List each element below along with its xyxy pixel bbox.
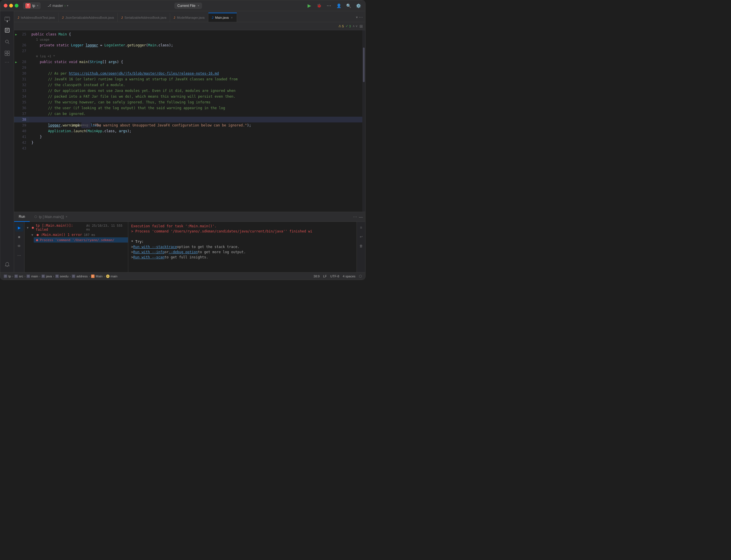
warning-badge[interactable]: ⚠ 5	[338, 24, 344, 28]
breadcrumb-main-method[interactable]: main	[111, 275, 118, 278]
output-link-info[interactable]: Run with --info	[133, 249, 164, 255]
tab-chevron-down[interactable]: ▾	[356, 15, 358, 19]
line-endings[interactable]: LF	[323, 275, 327, 278]
output-prefix-5: >	[131, 244, 133, 249]
sidebar-item-files[interactable]	[2, 25, 12, 35]
breadcrumb-icon-main-dir: □	[27, 275, 30, 278]
svg-point-4	[5, 40, 8, 43]
project-selector[interactable]: T tp ▾	[23, 2, 41, 9]
tab-icon-java4: J	[173, 16, 175, 19]
breadcrumb-sep5: ›	[70, 275, 71, 278]
panel-tab-main-main[interactable]: ⬡ tp [:Main.main()] ×	[30, 212, 72, 222]
warn-count: 5	[342, 24, 344, 28]
output-line-7: > Run with --scan to get full insights.	[131, 255, 354, 260]
settings-button[interactable]: ⚙️	[355, 2, 362, 9]
tab-SerializableAddressBook[interactable]: J SerializableAddressBook.java	[118, 13, 170, 22]
sidebar-more[interactable]: ···	[5, 60, 9, 65]
code-line-42: }	[31, 140, 360, 145]
output-link-scan[interactable]: Run with --scan	[133, 255, 164, 260]
debug-button[interactable]: 🐞	[315, 2, 322, 9]
sidebar-item-git[interactable]	[2, 14, 12, 24]
code-line-32: // the classpath instead of a module.	[31, 82, 360, 88]
tab-MainJava[interactable]: J Main.java ×	[208, 13, 237, 22]
panel-icon-eye[interactable]: 👁	[15, 242, 23, 250]
tab-leAddressBookTest[interactable]: J leAddressBookTest.java	[14, 13, 58, 22]
branch-selector[interactable]: ⎇ master ↑ ▾	[45, 3, 71, 9]
svg-rect-8	[5, 54, 7, 56]
ok-badge[interactable]: ✓ 3	[345, 24, 351, 28]
panel-more-icon[interactable]: ⋯	[353, 215, 357, 219]
tab-ModelManager[interactable]: J ModelManager.java	[170, 13, 208, 22]
run-time-root: At 25/10/23, 11 555 ms	[86, 224, 126, 231]
search-button[interactable]: 🔍	[345, 2, 352, 9]
run-item-process[interactable]: ● Process 'command '/Users/ryano/.sdkman…	[34, 237, 128, 243]
line-number-33: 33	[14, 88, 29, 94]
sidebar-item-search[interactable]	[2, 37, 12, 47]
tab-settings-icon[interactable]: ⋯	[359, 15, 363, 20]
maximize-button[interactable]	[15, 4, 18, 7]
breadcrumb-main-dir[interactable]: main	[31, 275, 38, 278]
panel-right-icon-trash[interactable]: 🗑	[357, 242, 365, 250]
breadcrumb-src[interactable]: src	[19, 275, 23, 278]
output-area[interactable]: Execution failed for task ':Main.main()'…	[128, 222, 356, 272]
breadcrumb-sep6: ›	[89, 275, 90, 278]
panel-minimize-icon[interactable]: —	[359, 215, 363, 219]
run-item-root[interactable]: ▼ ● tp [:Main.main()]: failed At 25/10/2…	[24, 223, 128, 232]
line-number-43: 43	[14, 145, 29, 151]
tab-JsonSerializable[interactable]: J JsonSerializableAddressBook.java	[58, 13, 118, 22]
line-number-41: 41	[14, 134, 29, 140]
output-link-stacktrace[interactable]: Run with --stacktrace	[133, 244, 177, 249]
sidebar-item-notifications[interactable]	[2, 260, 12, 270]
more-button[interactable]: ⋯	[325, 2, 332, 9]
run-config-selector[interactable]: Current File ▾	[174, 3, 202, 9]
scrollbar-thumb[interactable]	[363, 48, 364, 82]
charset[interactable]: UTF-8	[330, 275, 339, 278]
output-suffix-6: to get more log output.	[198, 249, 245, 255]
panel-tab-run[interactable]: Run	[14, 212, 30, 222]
tab-label-2: JsonSerializableAddressBook.java	[65, 16, 114, 19]
nav-down-arrow[interactable]: ∨	[355, 24, 358, 28]
code-content[interactable]: public class Main { 1 usage private stat…	[29, 30, 362, 212]
editor-scrollbar[interactable]	[362, 30, 365, 212]
cursor-position[interactable]: 38:9	[313, 275, 320, 278]
panel-icon-run[interactable]: ▶	[15, 224, 23, 232]
run-button[interactable]: ▶	[306, 2, 313, 9]
nav-up-arrow[interactable]: ∧	[352, 24, 355, 28]
sidebar-item-structure[interactable]	[2, 48, 12, 58]
panel-tab-icon: ⬡	[34, 215, 37, 219]
panel-icon-more-actions[interactable]: ⋯	[15, 251, 23, 259]
panel-icon-stop[interactable]: ■	[15, 233, 23, 241]
lzq-annotation: ≡ lzq +1 *	[36, 54, 55, 59]
titlebar-center: Current File ▾	[73, 3, 303, 9]
project-icon: T	[25, 3, 31, 8]
share-icon[interactable]: ⬡	[359, 274, 362, 278]
indent[interactable]: 4 spaces	[343, 275, 355, 278]
tab-close-main[interactable]: ×	[230, 16, 233, 20]
close-button[interactable]	[4, 4, 7, 7]
run-arrow-25: ▶	[15, 33, 17, 36]
breadcrumb-icon-seedu: □	[55, 275, 59, 278]
panel-right-icon-wrap[interactable]: ↩	[357, 233, 365, 241]
breadcrumb-icon-tp: □	[4, 275, 7, 278]
warn-icon: ⚠	[338, 24, 341, 28]
breadcrumb-Main-class[interactable]: Main	[96, 275, 103, 278]
code-line-33: // Our application does not use Java mod…	[31, 88, 360, 94]
line-number-38: 38	[14, 117, 29, 122]
run-config-dropdown: ▾	[198, 4, 199, 7]
run-item-main[interactable]: ▼ ● :Main.main() 1 error 187 ms	[29, 232, 128, 237]
layout-icon[interactable]: ⊞	[359, 24, 363, 29]
breadcrumb-java[interactable]: java	[46, 275, 52, 278]
output-link-debug[interactable]: --debug option	[169, 249, 198, 255]
tab-icon-java2: J	[62, 16, 64, 19]
minimize-button[interactable]	[9, 4, 13, 7]
breadcrumb-tp[interactable]: tp	[8, 275, 11, 278]
traffic-lights	[4, 4, 18, 7]
collab-button[interactable]: 👤	[335, 2, 342, 9]
code-line-38: assert(false);	[29, 117, 362, 122]
run-arrow-28: ▶	[15, 60, 17, 64]
breadcrumb-seedu[interactable]: seedu	[60, 275, 69, 278]
line-number-32: 32	[14, 82, 29, 88]
breadcrumb-address[interactable]: address	[76, 275, 88, 278]
panel-right-icon-list[interactable]: ≡	[357, 224, 365, 232]
panel-tab-close[interactable]: ×	[66, 215, 67, 218]
